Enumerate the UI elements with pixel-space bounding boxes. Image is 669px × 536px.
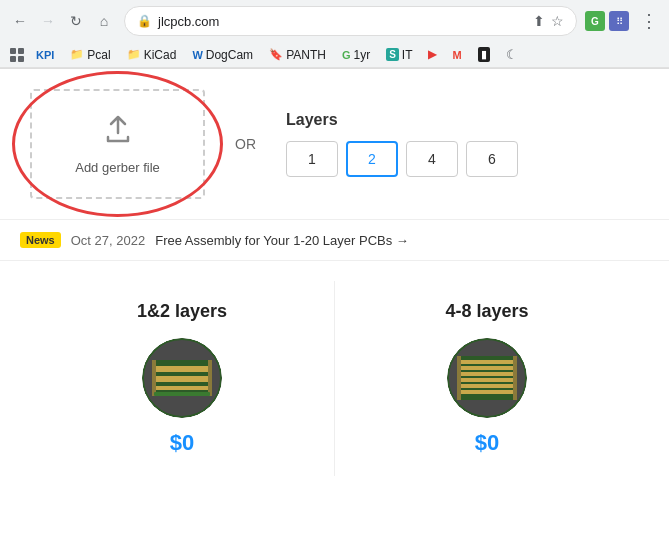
- apps-icon[interactable]: [8, 46, 26, 64]
- or-divider: OR: [235, 136, 256, 152]
- svg-rect-22: [513, 356, 517, 400]
- bookmark-it[interactable]: S IT: [380, 46, 418, 64]
- layers-buttons: 1 2 4 6: [286, 141, 518, 177]
- browser-chrome: ← → ↻ ⌂ 🔒 jlcpcb.com ⬆ ☆ G ⠿ ⋮ KPI 📁 Pca…: [0, 0, 669, 69]
- bookmark-extra2[interactable]: ☾: [500, 45, 524, 64]
- browser-toolbar: ← → ↻ ⌂ 🔒 jlcpcb.com ⬆ ☆ G ⠿ ⋮: [0, 0, 669, 42]
- product-card-12[interactable]: 1&2 layers $0: [30, 281, 335, 476]
- news-text[interactable]: Free Assembly for Your 1-20 Layer PCBs →: [155, 233, 409, 248]
- bookmark-dogcam[interactable]: W DogCam: [186, 46, 259, 64]
- layer-btn-4[interactable]: 4: [406, 141, 458, 177]
- svg-rect-3: [18, 56, 24, 62]
- bookmark-kpi[interactable]: KPI: [30, 47, 60, 63]
- star-icon: ☆: [551, 13, 564, 29]
- svg-rect-6: [154, 366, 210, 372]
- top-section: Add gerber file OR Layers 1 2 4 6: [0, 69, 669, 220]
- product-title-48: 4-8 layers: [445, 301, 528, 322]
- news-date: Oct 27, 2022: [71, 233, 145, 248]
- layer-btn-1[interactable]: 1: [286, 141, 338, 177]
- upload-label: Add gerber file: [75, 160, 160, 175]
- svg-rect-15: [459, 360, 515, 364]
- url-text: jlcpcb.com: [158, 14, 527, 29]
- bookmark-1yr[interactable]: G 1yr: [336, 46, 376, 64]
- bookmark-panth[interactable]: 🔖 PANTH: [263, 46, 332, 64]
- bookmark-kicad[interactable]: 📁 KiCad: [121, 46, 183, 64]
- svg-rect-12: [154, 392, 210, 396]
- svg-rect-19: [459, 384, 515, 388]
- forward-button[interactable]: →: [36, 9, 60, 33]
- browser-extensions: G ⠿: [585, 11, 629, 31]
- share-icon: ⬆: [533, 13, 545, 29]
- svg-rect-10: [208, 360, 212, 396]
- svg-rect-18: [459, 378, 515, 382]
- upload-icon: [102, 113, 134, 152]
- products-section: 1&2 layers $0: [0, 261, 669, 496]
- price-12: $0: [170, 430, 194, 456]
- svg-rect-8: [154, 386, 210, 390]
- svg-rect-2: [10, 56, 16, 62]
- news-badge: News: [20, 232, 61, 248]
- bookmarks-bar: KPI 📁 Pcal 📁 KiCad W DogCam 🔖 PANTH G 1y…: [0, 42, 669, 68]
- bookmark-extra1[interactable]: ▮: [472, 45, 496, 64]
- reload-button[interactable]: ↻: [64, 9, 88, 33]
- price-48: $0: [475, 430, 499, 456]
- layer-btn-2[interactable]: 2: [346, 141, 398, 177]
- svg-rect-1: [18, 48, 24, 54]
- page-content: Add gerber file OR Layers 1 2 4 6 News O…: [0, 69, 669, 536]
- bookmark-more[interactable]: ▶: [422, 46, 442, 63]
- menu-button[interactable]: ⋮: [637, 9, 661, 33]
- pcb-icon-48: [447, 338, 527, 418]
- product-title-12: 1&2 layers: [137, 301, 227, 322]
- upload-area[interactable]: Add gerber file: [30, 89, 205, 199]
- lock-icon: 🔒: [137, 14, 152, 28]
- layers-title: Layers: [286, 111, 518, 129]
- bookmark-gmail[interactable]: M: [446, 47, 467, 63]
- svg-rect-0: [10, 48, 16, 54]
- layer-btn-6[interactable]: 6: [466, 141, 518, 177]
- back-button[interactable]: ←: [8, 9, 32, 33]
- home-button[interactable]: ⌂: [92, 9, 116, 33]
- svg-rect-20: [459, 390, 515, 394]
- svg-rect-9: [152, 360, 156, 396]
- ext-dots[interactable]: ⠿: [609, 11, 629, 31]
- svg-rect-7: [154, 376, 210, 382]
- bookmark-pcal[interactable]: 📁 Pcal: [64, 46, 116, 64]
- upload-area-wrapper: Add gerber file: [30, 89, 205, 199]
- news-bar: News Oct 27, 2022 Free Assembly for Your…: [0, 220, 669, 261]
- layers-section: Layers 1 2 4 6: [286, 111, 518, 177]
- ext-green[interactable]: G: [585, 11, 605, 31]
- svg-rect-17: [459, 372, 515, 376]
- product-card-48[interactable]: 4-8 layers: [335, 281, 639, 476]
- address-bar[interactable]: 🔒 jlcpcb.com ⬆ ☆: [124, 6, 577, 36]
- nav-buttons: ← → ↻ ⌂: [8, 9, 116, 33]
- svg-rect-21: [457, 356, 461, 400]
- svg-rect-16: [459, 366, 515, 370]
- pcb-icon-12: [142, 338, 222, 418]
